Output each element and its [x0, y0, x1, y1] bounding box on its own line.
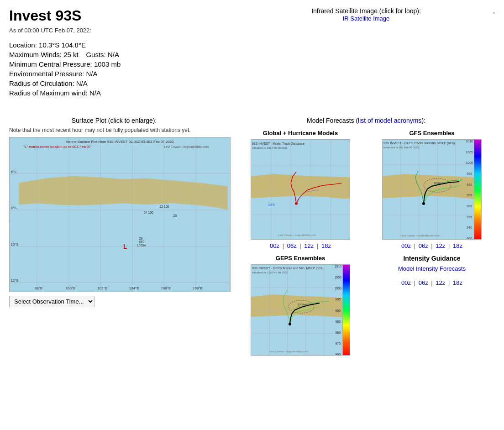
- svg-text:Marine Surface Plot Near 93S I: Marine Surface Plot Near 93S INVEST 02:0…: [65, 140, 174, 144]
- svg-text:6°S: 6°S: [10, 170, 16, 174]
- env-pressure-label: Environmental Pressure:: [9, 70, 84, 78]
- min-pressure-value: 1003 mb: [94, 60, 121, 68]
- svg-text:L: L: [123, 243, 127, 250]
- svg-text:Levi Cowan - tropicaltidbits.c: Levi Cowan - tropicaltidbits.com: [164, 145, 209, 149]
- separator: |: [431, 242, 432, 249]
- intensity-guidance-links: 00z | 06z | 12z | 18z: [369, 279, 495, 286]
- model-acronyms-link[interactable]: list of model acronyms: [358, 117, 421, 124]
- svg-text:Levi Cowan - tropicaltidbits.c: Levi Cowan - tropicaltidbits.com: [278, 234, 316, 236]
- svg-text:Levi Cowan - tropicaltidbits.c: Levi Cowan - tropicaltidbits.com: [269, 350, 308, 353]
- svg-text:102°E: 102°E: [97, 286, 107, 290]
- header-section: Invest 93S As of 00:00 UTC Feb 07, 2022:…: [0, 0, 504, 106]
- separator: |: [448, 242, 450, 249]
- svg-text:93S INVEST - GEFS Tracks and M: 93S INVEST - GEFS Tracks and Min. MSLP (…: [383, 142, 455, 145]
- gfs-ensembles-links: 00z | 06z | 12z | 18z: [369, 242, 495, 249]
- separator: |: [431, 279, 432, 286]
- surface-plot-title: Surface Plot (click to enlarge):: [9, 117, 219, 124]
- geps-ensembles-image[interactable]: 1000mb 93S INVEST - GEPS Tracks and Min.…: [251, 264, 350, 356]
- svg-point-68: [289, 323, 291, 325]
- env-pressure-value: N/A: [86, 70, 97, 78]
- global-hurricane-section: Global + Hurricane Models: [237, 130, 363, 249]
- model-forecasts-title-end: ):: [421, 117, 425, 124]
- intensity-06z-link[interactable]: 06z: [419, 279, 428, 286]
- max-winds-value: 25 kt: [63, 51, 79, 58]
- intensity-12z-link[interactable]: 12z: [436, 279, 445, 286]
- location-value: 10.3°S 104.8°E: [39, 41, 86, 49]
- info-env-pressure: Environmental Pressure: N/A: [9, 70, 219, 78]
- gfs-12z-link[interactable]: 12z: [436, 242, 445, 249]
- global-hurricane-image[interactable]: 93S INVEST - Model Track Guidance Initia…: [251, 139, 350, 240]
- satellite-title: Infrared Satellite Image (click for loop…: [237, 7, 495, 15]
- geps-ensembles-section: GEPS Ensembles: [237, 255, 363, 358]
- svg-text:22 105: 22 105: [159, 205, 169, 208]
- svg-text:Initialized at 18z Feb 06 2022: Initialized at 18z Feb 06 2022: [252, 147, 288, 149]
- marine-surface-plot[interactable]: 6°S 8°S 10°S 12°S 98°E 100°E 102°E 104°E…: [9, 137, 231, 292]
- global-hurricane-title: Global + Hurricane Models: [237, 130, 363, 136]
- storm-title: Invest 93S: [9, 7, 219, 24]
- separator: |: [283, 242, 284, 249]
- surface-plot-note: Note that the most recent hour may not b…: [9, 127, 219, 133]
- radius-maxwind-value: N/A: [89, 89, 101, 97]
- svg-text:1000mb: 1000mb: [298, 303, 308, 306]
- gfs-ensembles-section: GFS Ensembles: [369, 130, 495, 249]
- geps-ensembles-title: GEPS Ensembles: [237, 255, 363, 262]
- intensity-00z-link[interactable]: 00z: [401, 279, 411, 286]
- separator: |: [448, 279, 450, 286]
- svg-text:Initialized at 18z Feb 06 2022: Initialized at 18z Feb 06 2022: [383, 146, 420, 149]
- info-radius-maxwind: Radius of Maximum wind: N/A: [9, 89, 219, 97]
- gfs-06z-link[interactable]: 06z: [419, 242, 428, 249]
- gfs-00z-link[interactable]: 00z: [401, 242, 411, 249]
- satellite-section: Infrared Satellite Image (click for loop…: [237, 7, 495, 22]
- svg-text:93S INVEST - Model Track Guida: 93S INVEST - Model Track Guidance: [252, 142, 304, 145]
- radius-circ-value: N/A: [76, 79, 88, 87]
- svg-text:26: 26: [139, 237, 143, 240]
- svg-text:93S INVEST - GEPS Tracks and M: 93S INVEST - GEPS Tracks and Min. MSLP (…: [252, 267, 324, 270]
- observation-time-select-container: Select Observation Time... 00Z Feb 07 06…: [9, 296, 219, 307]
- svg-text:GFS: GFS: [268, 203, 275, 206]
- radius-maxwind-label: Radius of Maximum wind:: [9, 89, 88, 97]
- svg-text:1000mb: 1000mb: [434, 182, 444, 184]
- svg-text:25: 25: [173, 214, 177, 217]
- observation-time-select[interactable]: Select Observation Time... 00Z Feb 07 06…: [9, 296, 94, 307]
- gusts-label: Gusts:: [86, 51, 105, 58]
- global-hurricane-links: 00z | 06z | 12z | 18z: [237, 242, 363, 249]
- intensity-link-container: Model Intensity Forecasts: [369, 265, 495, 272]
- info-winds: Maximum Winds: 25 kt Gusts: N/A: [9, 51, 219, 58]
- intensity-18z-link[interactable]: 18z: [453, 279, 462, 286]
- min-pressure-label: Minimum Central Pressure:: [9, 60, 92, 68]
- svg-text:Initialized at 12z Feb 06 2022: Initialized at 12z Feb 06 2022: [252, 271, 288, 274]
- gfs-18z-link[interactable]: 18z: [453, 242, 462, 249]
- gfs-ensembles-image[interactable]: 1000mb 93S INVEST - GEFS Tracks and Min.…: [382, 139, 482, 240]
- svg-text:"L" marks storm location as of: "L" marks storm location as of 00Z Feb 0…: [23, 145, 91, 149]
- intensity-guidance-section: Intensity Guidance Model Intensity Forec…: [369, 255, 495, 358]
- info-radius-circ: Radius of Circulation: N/A: [9, 79, 219, 87]
- header-left: Invest 93S As of 00:00 UTC Feb 07, 2022:…: [0, 0, 228, 106]
- svg-text:1003A: 1003A: [137, 244, 146, 247]
- model-forecasts-header: Model Forecasts (list of model acronyms)…: [237, 117, 495, 124]
- svg-text:98°E: 98°E: [35, 286, 42, 290]
- model-intensity-forecasts-link[interactable]: Model Intensity Forecasts: [398, 265, 466, 272]
- models-grid: Global + Hurricane Models: [237, 130, 495, 358]
- global-hurricane-12z-link[interactable]: 12z: [304, 242, 314, 249]
- satellite-link[interactable]: IR Satellite Image: [343, 15, 390, 22]
- global-hurricane-18z-link[interactable]: 18z: [321, 242, 331, 249]
- svg-text:Levi Cowan - tropicaltidbits.c: Levi Cowan - tropicaltidbits.com: [401, 234, 440, 237]
- separator: |: [317, 242, 318, 249]
- bottom-section: Surface Plot (click to enlarge): Note th…: [0, 117, 504, 366]
- bottom-right: Model Forecasts (list of model acronyms)…: [228, 117, 504, 366]
- svg-rect-0: [10, 137, 230, 292]
- gfs-ensembles-title: GFS Ensembles: [369, 130, 495, 136]
- svg-text:104°E: 104°E: [129, 286, 139, 290]
- svg-text:106°E: 106°E: [161, 286, 171, 290]
- max-winds-label: Maximum Winds:: [9, 51, 62, 58]
- gusts-value: N/A: [108, 51, 119, 58]
- global-hurricane-00z-link[interactable]: 00z: [270, 242, 279, 249]
- svg-text:24 100: 24 100: [144, 211, 153, 214]
- separator: |: [299, 242, 301, 249]
- location-label: Location:: [9, 41, 37, 49]
- global-hurricane-06z-link[interactable]: 06z: [287, 242, 297, 249]
- svg-text:10°S: 10°S: [10, 242, 18, 246]
- header-right: Infrared Satellite Image (click for loop…: [228, 0, 504, 106]
- svg-text:060: 060: [139, 240, 145, 243]
- back-button[interactable]: ←: [491, 7, 500, 18]
